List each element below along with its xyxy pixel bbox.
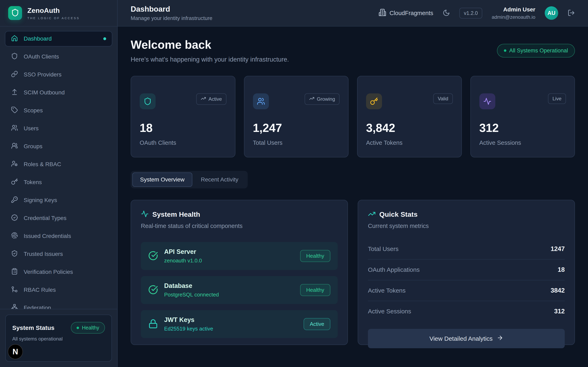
stat-label: OAuth Clients: [140, 140, 226, 146]
quick-stat-row-active-tokens: Active Tokens 3842: [368, 280, 565, 301]
sidebar-item-federation[interactable]: Federation: [5, 300, 112, 309]
brand-header: ZenoAuth THE LOGIC OF ACCESS: [0, 0, 117, 26]
panel-title: Quick Stats: [379, 210, 417, 218]
arrow-right-icon: [497, 334, 503, 342]
stats-grid: Active 18 OAuth Clients Growing 1,247: [131, 76, 575, 157]
stat-trend-badge: Active: [196, 93, 226, 105]
health-status-badge: Healthy: [300, 250, 330, 262]
users-icon: [11, 124, 18, 133]
sidebar-item-sso-providers[interactable]: SSO Providers: [5, 67, 112, 82]
active-dot: [103, 37, 106, 40]
log-out-icon: [568, 9, 575, 17]
sidebar-item-label: RBAC Rules: [24, 287, 56, 293]
clipboard-list-icon: [11, 268, 18, 276]
tab-system-overview[interactable]: System Overview: [132, 173, 192, 187]
sidebar-item-scopes[interactable]: Scopes: [5, 103, 112, 118]
brand-logo: [8, 6, 22, 20]
tab-recent-activity[interactable]: Recent Activity: [193, 173, 246, 187]
shield-icon: [11, 53, 18, 61]
system-health-panel: System Health Real-time status of critic…: [131, 200, 348, 345]
quick-stat-label: OAuth Applications: [368, 266, 420, 273]
quick-stat-value: 312: [554, 308, 565, 315]
panels: System Health Real-time status of critic…: [131, 200, 575, 345]
quick-stat-row-total-users: Total Users 1247: [368, 239, 565, 259]
sidebar: ZenoAuth THE LOGIC OF ACCESS Dashboard O…: [0, 0, 118, 367]
sidebar-item-roles-rbac[interactable]: Roles & RBAC: [5, 157, 112, 172]
sidebar-item-label: Users: [24, 125, 39, 132]
brand-text: ZenoAuth THE LOGIC OF ACCESS: [27, 7, 80, 20]
quick-stat-label: Active Tokens: [368, 287, 406, 294]
brand-tagline: THE LOGIC OF ACCESS: [27, 16, 80, 20]
sidebar-item-label: Credential Types: [24, 215, 67, 221]
sidebar-item-users[interactable]: Users: [5, 121, 112, 136]
sidebar-item-dashboard[interactable]: Dashboard: [5, 31, 112, 47]
panel-subtitle: Current system metrics: [368, 223, 565, 229]
sidebar-item-verification-policies[interactable]: Verification Policies: [5, 264, 112, 280]
sidebar-item-label: Verification Policies: [24, 269, 73, 275]
activity-icon: [141, 210, 149, 218]
building-icon: [379, 8, 386, 18]
theme-toggle-button[interactable]: [443, 9, 450, 17]
health-name: Database: [164, 282, 219, 290]
sidebar-item-oauth-clients[interactable]: OAuth Clients: [5, 49, 112, 64]
quick-stat-label: Total Users: [368, 245, 398, 252]
health-detail: zenoauth v1.0.0: [164, 258, 202, 264]
stat-status-badge: Live: [548, 93, 566, 104]
health-rows: API Server zenoauth v1.0.0 Healthy Datab…: [141, 242, 338, 338]
user-info: Admin User admin@zenoauth.io: [492, 6, 535, 20]
link-icon: [11, 71, 18, 79]
health-name: JWT Keys: [164, 316, 213, 324]
sidebar-item-credential-types[interactable]: Credential Types: [5, 210, 112, 226]
tag-icon: [11, 106, 18, 115]
circle-check-icon: [148, 251, 158, 261]
sidebar-item-label: Roles & RBAC: [24, 161, 61, 167]
welcome-section: Welcome back Here's what's happening wit…: [131, 38, 575, 63]
version-badge: v1.2.0: [459, 8, 482, 18]
sidebar-item-label: Tokens: [24, 179, 42, 185]
sidebar-item-label: Trusted Issuers: [24, 251, 63, 257]
brand-name: ZenoAuth: [27, 7, 80, 15]
sidebar-item-label: SCIM Outbound: [24, 89, 65, 96]
stat-label: Active Tokens: [366, 140, 453, 146]
sidebar-item-scim-outbound[interactable]: SCIM Outbound: [5, 85, 112, 100]
house-icon: [11, 35, 18, 43]
logout-button[interactable]: [568, 9, 575, 17]
sidebar-item-signing-keys[interactable]: Signing Keys: [5, 192, 112, 208]
fingerprint-icon: [11, 232, 18, 240]
view-detailed-analytics-button[interactable]: View Detailed Analytics: [368, 329, 565, 348]
health-row-api-server: API Server zenoauth v1.0.0 Healthy: [141, 242, 338, 270]
stat-value: 1,247: [253, 121, 340, 134]
system-status-title: System Status: [12, 324, 54, 331]
org-name: CloudFragments: [389, 10, 433, 17]
network-icon: [11, 304, 18, 309]
sidebar-item-trusted-issuers[interactable]: Trusted Issuers: [5, 246, 112, 262]
sidebar-item-label: SSO Providers: [24, 71, 61, 78]
system-status-subtitle: All systems operational: [12, 336, 105, 342]
sidebar-item-label: Issued Credentials: [24, 233, 71, 239]
sidebar-item-label: Groups: [24, 143, 43, 150]
stat-card-active-sessions: Live 312 Active Sessions: [470, 76, 575, 157]
nextjs-dev-badge[interactable]: N: [8, 344, 23, 359]
stat-label: Active Sessions: [479, 140, 566, 146]
welcome-subtitle: Here's what's happening with your identi…: [131, 56, 289, 63]
sidebar-nav: Dashboard OAuth Clients SSO Providers SC…: [0, 26, 117, 309]
stat-trend-badge: Growing: [305, 93, 339, 105]
status-dot-icon: [77, 327, 79, 329]
content: Welcome back Here's what's happening wit…: [118, 26, 588, 367]
status-dot-icon: [504, 49, 506, 52]
health-name: API Server: [164, 248, 202, 256]
user-email: admin@zenoauth.io: [492, 14, 535, 20]
health-row-jwt-keys: JWT Keys Ed25519 keys active Active: [141, 310, 338, 338]
sidebar-item-label: Federation: [24, 305, 51, 309]
sidebar-item-issued-credentials[interactable]: Issued Credentials: [5, 228, 112, 244]
tabs-row: System Overview Recent Activity: [131, 171, 575, 188]
avatar[interactable]: AU: [545, 6, 558, 20]
sidebar-item-rbac-rules[interactable]: RBAC Rules: [5, 282, 112, 298]
stat-value: 312: [479, 121, 566, 134]
health-status-badge: Healthy: [300, 284, 330, 296]
sidebar-item-groups[interactable]: Groups: [5, 139, 112, 154]
sidebar-item-tokens[interactable]: Tokens: [5, 175, 112, 190]
moon-icon: [443, 9, 450, 17]
health-row-database: Database PostgreSQL connected Healthy: [141, 276, 338, 304]
topbar-right: CloudFragments v1.2.0 Admin User admin@z…: [379, 6, 575, 20]
